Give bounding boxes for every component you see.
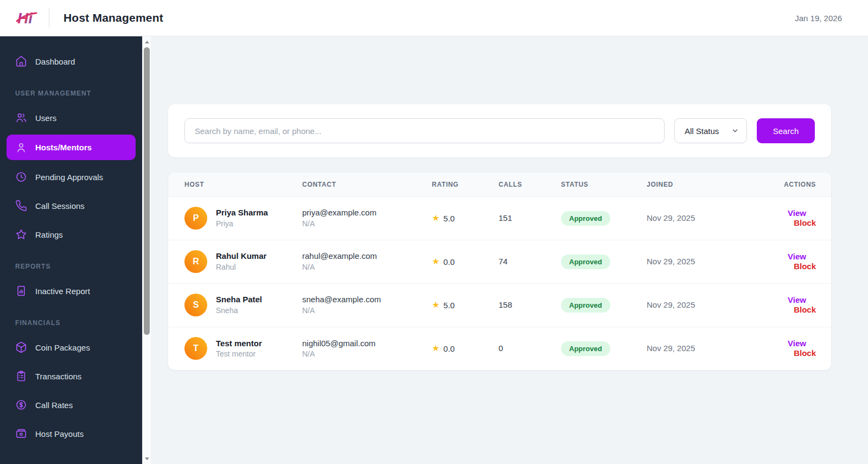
sidebar-item-label: Transactions xyxy=(35,372,81,381)
calls-count: 0 xyxy=(499,344,503,353)
status-badge: Approved xyxy=(561,298,610,313)
rating-value: 0.0 xyxy=(443,344,455,353)
status-filter-select[interactable]: All Status xyxy=(674,118,747,143)
wallet-icon xyxy=(15,428,27,440)
rating-value: 5.0 xyxy=(443,214,455,223)
app-logo: Hi xyxy=(15,7,38,29)
nav-section-heading: FINANCIALS xyxy=(15,319,127,327)
host-email: nighil05@gmail.com xyxy=(302,338,432,349)
sidebar-item-label: Inactive Report xyxy=(35,287,90,296)
column-header-joined: JOINED xyxy=(647,173,769,196)
star-icon: ★ xyxy=(432,301,439,309)
host-username: Sneha xyxy=(216,306,262,316)
sidebar-item-label: Host Payouts xyxy=(35,429,84,438)
host-email: sneha@example.com xyxy=(302,294,432,306)
sidebar-item-transactions[interactable]: Transactions xyxy=(7,364,136,388)
sidebar-item-call-sessions[interactable]: Call Sessions xyxy=(7,194,136,218)
host-phone: N/A xyxy=(302,219,432,230)
calls-count: 151 xyxy=(499,213,512,223)
app-header: Hi Host Management Jan 19, 2026 xyxy=(0,0,868,36)
nav-section-heading: USER MANAGEMENT xyxy=(15,90,127,97)
header-divider xyxy=(49,8,49,28)
sidebar-item-call-rates[interactable]: Call Rates xyxy=(7,393,136,417)
block-action-link[interactable]: Block xyxy=(794,305,816,314)
status-badge: Approved xyxy=(561,211,610,226)
users-icon xyxy=(15,112,27,124)
joined-date: Nov 29, 2025 xyxy=(647,300,695,309)
calls-count: 158 xyxy=(499,300,512,309)
sidebar-item-users[interactable]: Users xyxy=(7,106,136,130)
hosts-table: HOSTCONTACTRATINGCALLSSTATUSJOINEDACTION… xyxy=(168,173,831,370)
sidebar-nav: DashboardUSER MANAGEMENTUsersHosts/Mento… xyxy=(0,36,142,464)
sidebar-item-label: Dashboard xyxy=(35,57,75,66)
star-icon xyxy=(15,228,27,240)
status-filter-value: All Status xyxy=(685,126,719,136)
block-action-link[interactable]: Block xyxy=(794,218,816,227)
avatar: R xyxy=(184,250,207,273)
sidebar-item-hosts-mentors[interactable]: Hosts/Mentors xyxy=(7,135,136,160)
host-username: Priya xyxy=(216,219,268,230)
view-action-link[interactable]: View xyxy=(788,295,806,304)
star-icon: ★ xyxy=(432,214,439,223)
table-row: P Priya Sharma Priya priya@example.com N… xyxy=(168,196,831,240)
joined-date: Nov 29, 2025 xyxy=(647,213,695,223)
status-badge: Approved xyxy=(561,255,610,269)
table-row: S Sneha Patel Sneha sneha@example.com N/… xyxy=(168,283,831,327)
hosts-table-card: HOSTCONTACTRATINGCALLSSTATUSJOINEDACTION… xyxy=(168,173,831,370)
sidebar-item-pending-approvals[interactable]: Pending Approvals xyxy=(7,165,136,189)
sidebar-item-host-payouts[interactable]: Host Payouts xyxy=(7,422,136,446)
host-phone: N/A xyxy=(302,262,432,273)
star-icon: ★ xyxy=(432,257,439,266)
avatar: S xyxy=(184,294,207,316)
host-email: rahul@example.com xyxy=(302,250,432,262)
block-action-link[interactable]: Block xyxy=(794,348,816,358)
sidebar-scrollbar[interactable] xyxy=(142,36,151,464)
table-row: T Test mentor Test mentor nighil05@gmail… xyxy=(168,327,831,370)
block-action-link[interactable]: Block xyxy=(794,262,816,271)
rating-value: 0.0 xyxy=(443,257,455,266)
sidebar-item-ratings[interactable]: Ratings xyxy=(7,223,136,246)
sidebar-item-label: Coin Packages xyxy=(35,343,90,352)
star-icon: ★ xyxy=(432,344,439,353)
scrollbar-thumb[interactable] xyxy=(144,47,150,335)
dollar-circle-icon xyxy=(15,399,27,411)
phone-icon xyxy=(15,200,27,212)
host-username: Rahul xyxy=(216,262,266,273)
scrollbar-down-arrow[interactable] xyxy=(143,454,151,463)
search-button[interactable]: Search xyxy=(757,118,815,143)
cube-icon xyxy=(15,341,27,353)
view-action-link[interactable]: View xyxy=(788,252,806,261)
logo-icon: Hi xyxy=(15,7,38,29)
nav-section-heading: REPORTS xyxy=(15,263,127,270)
host-phone: N/A xyxy=(302,349,432,360)
search-card: All Status Search xyxy=(168,104,831,157)
sidebar-item-dashboard[interactable]: Dashboard xyxy=(7,49,136,73)
sidebar-item-label: Users xyxy=(35,113,56,123)
status-badge: Approved xyxy=(561,341,610,356)
sidebar-item-inactive-report[interactable]: Inactive Report xyxy=(7,279,136,303)
header-date: Jan 19, 2026 xyxy=(795,14,842,23)
host-username: Test mentor xyxy=(216,349,262,360)
scrollbar-up-arrow[interactable] xyxy=(143,37,151,46)
column-header-calls: CALLS xyxy=(499,173,561,196)
column-header-host: HOST xyxy=(168,173,302,196)
host-email: priya@example.com xyxy=(302,207,432,219)
sidebar-item-label: Hosts/Mentors xyxy=(35,143,92,152)
sidebar-item-coin-packages[interactable]: Coin Packages xyxy=(7,335,136,359)
joined-date: Nov 29, 2025 xyxy=(647,257,695,266)
host-phone: N/A xyxy=(302,306,432,316)
home-icon xyxy=(15,55,27,67)
host-name: Priya Sharma xyxy=(216,207,268,219)
rating-value: 5.0 xyxy=(443,301,455,310)
chevron-down-icon xyxy=(731,127,739,135)
column-header-status: STATUS xyxy=(561,173,647,196)
column-header-contact: CONTACT xyxy=(302,173,432,196)
main-content: All Status Search HOSTCONTACTRATINGCALLS… xyxy=(151,36,868,464)
view-action-link[interactable]: View xyxy=(788,339,806,348)
column-header-actions: ACTIONS xyxy=(769,173,831,196)
host-name: Rahul Kumar xyxy=(216,250,266,262)
view-action-link[interactable]: View xyxy=(788,208,806,218)
page-title: Host Management xyxy=(63,11,163,24)
clock-icon xyxy=(15,171,27,183)
search-input[interactable] xyxy=(184,118,665,143)
